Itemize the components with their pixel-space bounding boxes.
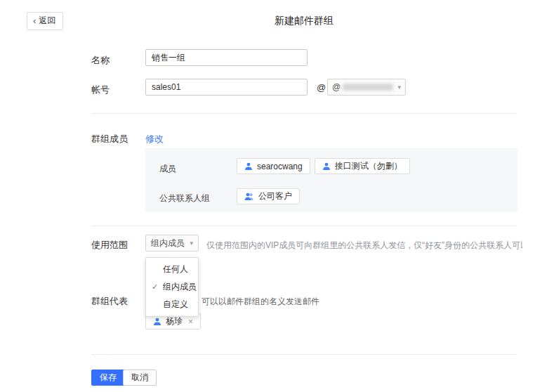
member-chip: 接口测试（勿删） — [315, 158, 410, 174]
save-button[interactable]: 保存 — [91, 370, 125, 386]
account-label: 帐号 — [91, 84, 110, 96]
members-panel: 成员 searocwang 接口测试（勿删） 公共联系人组 公司客户 — [145, 148, 517, 212]
people-group-icon — [244, 192, 254, 201]
scope-option-group-members[interactable]: ✓ 组内成员 — [146, 278, 198, 296]
person-icon — [322, 162, 331, 171]
scope-hint: 仅使用范围内的VIP成员可向群组里的公共联系人发信，仅“好友”身份的公共联系人可… — [206, 240, 522, 251]
representative-label: 群组代表 — [91, 295, 128, 308]
check-icon: ✓ — [152, 278, 158, 296]
account-input[interactable] — [145, 79, 308, 96]
name-input[interactable] — [145, 49, 308, 66]
chevron-down-icon: ▾ — [397, 84, 401, 91]
members-label: 成员 — [159, 163, 176, 175]
person-icon — [153, 318, 161, 326]
contact-group-chip: 公司客户 — [237, 188, 300, 204]
member-name: searocwang — [257, 162, 303, 171]
create-mail-group-page: ‹ 返回 新建邮件群组 名称 帐号 @ @ ▾ 群组成员 修改 成员 searo… — [0, 0, 535, 392]
representative-name: 杨珍 — [166, 315, 183, 327]
members-chip-row: searocwang 接口测试（勿删） — [237, 158, 410, 174]
person-icon — [244, 162, 253, 171]
divider — [91, 354, 517, 355]
scope-label: 使用范围 — [91, 239, 128, 251]
option-label: 任何人 — [163, 264, 188, 274]
scope-dropdown: 任何人 ✓ 组内成员 自定义 — [145, 257, 199, 317]
member-chip: searocwang — [237, 158, 310, 174]
representative-description: 可以以邮件群组的名义发送邮件 — [202, 296, 319, 308]
scope-option-custom[interactable]: 自定义 — [146, 296, 198, 313]
at-sign: @ — [317, 82, 326, 93]
back-label: 返回 — [39, 15, 55, 27]
domain-select[interactable]: @ ▾ — [327, 79, 406, 96]
cancel-button[interactable]: 取消 — [123, 370, 157, 386]
name-label: 名称 — [91, 54, 110, 67]
member-name: 接口测试（勿删） — [335, 160, 402, 172]
masked-domain — [343, 84, 393, 91]
contact-chip-row: 公司客户 — [237, 188, 300, 204]
back-button[interactable]: ‹ 返回 — [27, 12, 63, 30]
scope-select[interactable]: 组内成员 ▾ — [145, 235, 199, 251]
remove-icon[interactable]: × — [188, 317, 193, 327]
scope-option-anyone[interactable]: 任何人 — [146, 261, 198, 278]
contact-group-label: 公共联系人组 — [159, 192, 210, 204]
option-label: 组内成员 — [163, 282, 197, 292]
divider — [91, 113, 517, 114]
group-members-label: 群组成员 — [91, 133, 128, 145]
chevron-left-icon: ‹ — [33, 16, 36, 25]
modify-members-link[interactable]: 修改 — [145, 133, 164, 145]
contact-group-name: 公司客户 — [258, 190, 292, 202]
domain-prefix: @ — [332, 82, 341, 92]
chevron-down-icon: ▾ — [190, 240, 193, 247]
divider — [91, 226, 517, 226]
option-label: 自定义 — [163, 299, 188, 309]
page-title: 新建邮件群组 — [275, 15, 333, 27]
scope-selected-value: 组内成员 — [151, 237, 185, 249]
